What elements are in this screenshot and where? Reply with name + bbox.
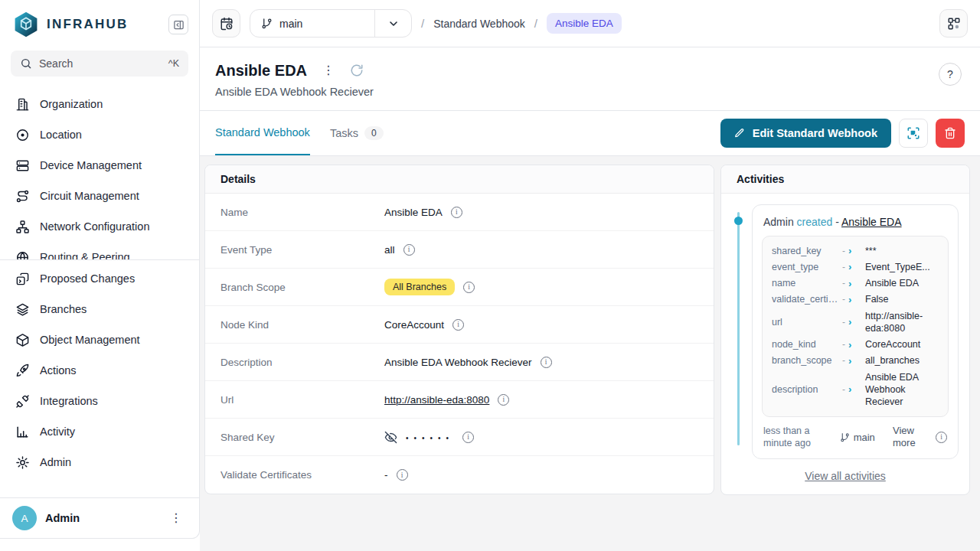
plug-icon xyxy=(15,394,30,409)
sidebar-item-label: Actions xyxy=(40,364,77,377)
detail-label: Event Type xyxy=(220,244,384,256)
tab-tasks[interactable]: Tasks 0 xyxy=(330,111,384,155)
info-icon[interactable] xyxy=(498,394,509,406)
change-row: node_kind -› CoreAccount xyxy=(772,337,939,353)
group-select-icon xyxy=(906,126,920,140)
manage-groups-button[interactable] xyxy=(899,119,928,148)
view-all-activities-link[interactable]: View all activities xyxy=(732,470,959,482)
breadcrumb-parent[interactable]: Standard Webhook xyxy=(433,18,525,30)
refresh-button[interactable] xyxy=(350,64,364,77)
cube-icon xyxy=(15,333,30,347)
info-icon[interactable] xyxy=(541,357,552,368)
change-new: http://ansible-eda:8080 xyxy=(865,310,939,335)
user-menu[interactable]: A Admin ⋮ xyxy=(0,497,199,538)
workflow-graph-button[interactable] xyxy=(939,9,968,37)
content-area: Details Name Ansible EDA Event Type all … xyxy=(200,156,980,551)
change-old: - xyxy=(842,294,845,305)
edit-webhook-button[interactable]: Edit Standard Webhook xyxy=(720,119,891,148)
info-icon[interactable] xyxy=(462,432,474,443)
sidebar-item-circuit-management[interactable]: Circuit Management xyxy=(8,181,191,211)
activity-branch-name: main xyxy=(854,432,875,443)
info-icon[interactable] xyxy=(936,432,947,443)
change-new: Event_TypeE... xyxy=(865,261,939,273)
sidebar-item-organization[interactable]: Organization xyxy=(8,89,191,119)
git-branch-icon xyxy=(261,18,273,29)
eye-off-icon[interactable] xyxy=(384,431,397,444)
tab-standard-webhook[interactable]: Standard Webhook xyxy=(215,111,310,155)
sidebar-item-network-configuration[interactable]: Network Configuration xyxy=(8,211,191,242)
chevron-right-icon: › xyxy=(848,295,851,305)
activity-dash: - xyxy=(835,216,839,228)
sidebar-item-label: Organization xyxy=(40,98,103,110)
change-new: Ansible EDA Webhook Reciever xyxy=(865,371,939,409)
info-icon[interactable] xyxy=(451,207,462,218)
change-attr: validate_certificates xyxy=(772,294,839,305)
webhook-url-link[interactable]: http://ansible-eda:8080 xyxy=(384,394,489,406)
sidebar-item-device-management[interactable]: Device Management xyxy=(8,150,191,181)
info-icon[interactable] xyxy=(463,282,475,293)
tab-label: Tasks xyxy=(330,127,358,139)
activities-panel: Activities Admin created - Ansible EDA xyxy=(720,165,970,495)
change-old: - xyxy=(842,278,845,289)
proposed-changes-icon xyxy=(15,272,30,286)
detail-value: Ansible EDA Webhook Reciever xyxy=(384,357,532,368)
panel-collapse-icon xyxy=(173,19,185,31)
user-menu-kebab-icon[interactable]: ⋮ xyxy=(165,509,187,527)
help-button[interactable]: ? xyxy=(939,63,962,86)
sidebar: INFRAHUB Search ^K Organization xyxy=(0,0,200,539)
sidebar-item-admin[interactable]: Admin xyxy=(8,447,191,478)
title-kebab-icon[interactable]: ⋮ xyxy=(318,61,339,80)
change-new: Ansible EDA xyxy=(865,277,939,289)
change-row: url -› http://ansible-eda:8080 xyxy=(772,308,939,337)
branch-caret[interactable] xyxy=(374,10,411,37)
sidebar-item-label: Branches xyxy=(40,303,87,315)
sidebar-item-object-management[interactable]: Object Management xyxy=(8,324,191,355)
collapse-sidebar-button[interactable] xyxy=(168,15,188,34)
delete-button[interactable] xyxy=(936,119,965,148)
infrahub-logo-icon xyxy=(12,11,40,38)
search-placeholder: Search xyxy=(39,57,162,70)
breadcrumb-current[interactable]: Ansible EDA xyxy=(547,13,622,34)
change-old: - xyxy=(842,339,845,350)
sidebar-item-branches[interactable]: Branches xyxy=(8,294,191,324)
activity-changes: shared_key -› *** event_type -› Event_Ty… xyxy=(762,236,949,417)
search-input[interactable]: Search ^K xyxy=(11,51,188,77)
change-attr: branch_scope xyxy=(772,355,839,366)
change-row: branch_scope -› all_branches xyxy=(772,353,939,369)
shared-key-masked-value: •••••• xyxy=(406,432,454,442)
sidebar-item-proposed-changes[interactable]: Proposed Changes xyxy=(8,263,191,294)
location-icon xyxy=(15,128,30,142)
edit-button-label: Edit Standard Webhook xyxy=(753,127,877,139)
sidebar-item-location[interactable]: Location xyxy=(8,119,191,150)
detail-label: Node Kind xyxy=(220,319,384,331)
sidebar-item-label: Object Management xyxy=(40,334,140,346)
chevron-right-icon: › xyxy=(848,356,851,366)
detail-label: Validate Certificates xyxy=(220,469,384,481)
user-name: Admin xyxy=(45,512,157,524)
info-icon[interactable] xyxy=(397,469,408,481)
sidebar-item-actions[interactable]: Actions xyxy=(8,355,191,386)
activity-target-link[interactable]: Ansible EDA xyxy=(841,216,902,228)
detail-row-shared-key: Shared Key •••••• xyxy=(205,419,714,456)
time-travel-button[interactable] xyxy=(212,9,240,37)
detail-value: all xyxy=(384,244,395,256)
detail-label: Branch Scope xyxy=(220,282,384,293)
view-more-link[interactable]: View more xyxy=(893,425,929,450)
server-icon xyxy=(15,158,30,173)
sidebar-item-routing-peering[interactable]: Routing & Peering xyxy=(8,242,191,260)
info-icon[interactable] xyxy=(403,244,415,256)
search-shortcut: ^K xyxy=(168,58,179,69)
change-attr: name xyxy=(772,278,839,289)
sidebar-item-label: Network Configuration xyxy=(40,220,149,233)
sidebar-item-activity[interactable]: Activity xyxy=(8,416,191,447)
branch-scope-badge: All Branches xyxy=(384,279,455,295)
sidebar-nav-secondary: Proposed Changes Branches Object Managem… xyxy=(0,260,199,481)
page-title: Ansible EDA xyxy=(215,62,307,80)
branch-selector[interactable]: main xyxy=(250,9,412,37)
sidebar-item-integrations[interactable]: Integrations xyxy=(8,386,191,416)
info-icon[interactable] xyxy=(452,319,464,331)
branch-selected-value: main xyxy=(279,18,302,30)
change-new: all_branches xyxy=(865,354,939,367)
app-root: INFRAHUB Search ^K Organization xyxy=(0,0,980,551)
pencil-icon xyxy=(734,128,745,139)
